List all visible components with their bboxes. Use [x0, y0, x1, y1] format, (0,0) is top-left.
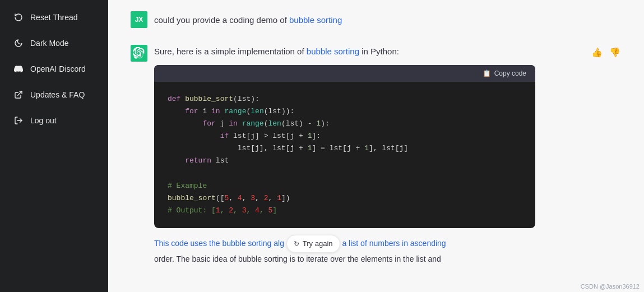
user-avatar: JX	[131, 11, 147, 28]
sidebar-item-logout[interactable]: Log out	[4, 109, 104, 132]
sidebar: Reset Thread Dark Mode OpenAI Discord Up…	[0, 0, 108, 292]
thumbs-down-button[interactable]: 👎	[608, 46, 622, 59]
refresh-icon: ↻	[294, 238, 299, 249]
code-content: def bubble_sort(lst): for i in range(len…	[154, 82, 535, 228]
watermark: CSDN @Jason36912	[581, 283, 640, 290]
sidebar-item-dark-mode[interactable]: Dark Mode	[4, 31, 104, 55]
svg-line-0	[18, 91, 22, 95]
sidebar-item-label: Dark Mode	[30, 39, 68, 48]
bottom-text-area: This code uses the bubble sorting alg ↻ …	[154, 235, 622, 266]
share-icon	[13, 90, 24, 100]
user-message-row: JX could you provide a coding demo of bu…	[108, 0, 644, 34]
bottom-text-line2: order. The basic idea of bubble sorting …	[154, 253, 490, 266]
sidebar-item-label: Reset Thread	[30, 13, 78, 22]
discord-icon	[13, 64, 24, 74]
sidebar-item-reset-thread[interactable]: Reset Thread	[4, 6, 104, 29]
sidebar-item-discord[interactable]: OpenAI Discord	[4, 57, 104, 81]
moon-icon	[13, 38, 24, 48]
user-message-text: could you provide a coding demo of bubbl…	[154, 11, 342, 27]
code-block: 📋 Copy code def bubble_sort(lst): for i …	[154, 65, 535, 228]
reset-icon	[13, 12, 24, 22]
assistant-intro-text: Sure, here is a simple implementation of…	[154, 45, 399, 58]
logout-icon	[13, 115, 24, 126]
sidebar-item-faq[interactable]: Updates & FAQ	[4, 83, 104, 106]
copy-code-button[interactable]: 📋 Copy code	[483, 69, 526, 77]
bottom-text-line1: This code uses the bubble sorting alg ↻ …	[154, 235, 490, 253]
sidebar-item-label: Log out	[30, 116, 57, 125]
code-block-header: 📋 Copy code	[154, 65, 535, 82]
message-actions: 👍 👎	[590, 45, 622, 59]
sidebar-item-label: OpenAI Discord	[30, 64, 86, 73]
copy-icon: 📋	[483, 69, 491, 77]
thumbs-up-button[interactable]: 👍	[590, 46, 604, 59]
main-content: JX could you provide a coding demo of bu…	[108, 0, 644, 292]
sidebar-item-label: Updates & FAQ	[30, 90, 85, 99]
try-again-button[interactable]: ↻ Try again	[286, 235, 340, 253]
assistant-content: Sure, here is a simple implementation of…	[154, 45, 622, 266]
assistant-avatar	[131, 45, 147, 62]
assistant-message-row: Sure, here is a simple implementation of…	[108, 34, 644, 272]
